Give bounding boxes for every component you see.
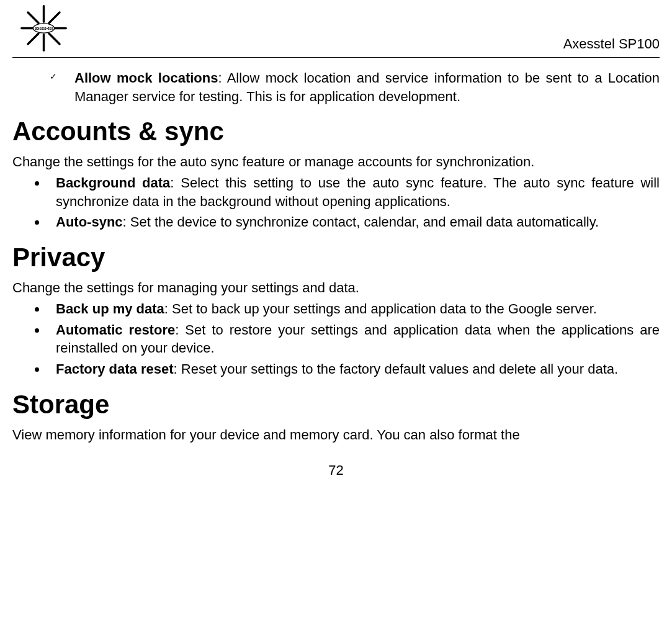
page-number: 72 [12, 462, 660, 478]
list-privacy: Back up my data: Set to back up your set… [12, 300, 660, 379]
intro-accounts-sync: Change the settings for the auto sync fe… [12, 153, 660, 171]
item-auto-sync: Auto-sync: Set the device to synchronize… [31, 213, 660, 231]
heading-storage: Storage [12, 390, 660, 420]
svg-line-5 [49, 34, 60, 44]
allow-mock-list: Allow mock locations: Allow mock locatio… [12, 69, 660, 106]
allow-mock-bold: Allow mock locations [74, 70, 218, 86]
item-factory-reset-text: : Reset your settings to the factory def… [174, 361, 619, 377]
axesstel-logo-icon: axess•tel [14, 2, 73, 55]
svg-line-6 [49, 12, 60, 23]
allow-mock-item: Allow mock locations: Allow mock locatio… [50, 69, 660, 106]
brand-logo: axess•tel [12, 0, 74, 56]
item-background-data-bold: Background data [56, 175, 170, 191]
intro-privacy: Change the settings for managing your se… [12, 279, 660, 297]
svg-text:axess•tel: axess•tel [34, 26, 52, 30]
item-auto-sync-text: : Set the device to synchronize contact,… [123, 214, 599, 230]
intro-storage: View memory information for your device … [12, 426, 660, 444]
list-accounts-sync: Background data: Select this setting to … [12, 174, 660, 231]
svg-line-4 [28, 12, 38, 23]
page-container: axess•tel Axesstel SP100 Allow mock loca… [0, 0, 672, 491]
svg-line-7 [28, 34, 38, 44]
item-factory-reset-bold: Factory data reset [56, 361, 174, 377]
heading-privacy: Privacy [12, 243, 660, 272]
item-factory-reset: Factory data reset: Reset your settings … [31, 360, 660, 379]
item-backup-data-text: : Set to back up your settings and appli… [164, 301, 597, 317]
item-backup-data-bold: Back up my data [56, 301, 164, 317]
page-header: axess•tel Axesstel SP100 [12, 0, 660, 58]
heading-accounts-sync: Accounts & sync [12, 117, 660, 146]
item-auto-sync-bold: Auto-sync [56, 214, 123, 230]
item-background-data: Background data: Select this setting to … [31, 174, 660, 210]
product-name: Axesstel SP100 [563, 36, 660, 56]
item-backup-data: Back up my data: Set to back up your set… [31, 300, 660, 318]
item-automatic-restore-bold: Automatic restore [56, 322, 175, 338]
item-automatic-restore: Automatic restore: Set to restore your s… [31, 321, 660, 357]
